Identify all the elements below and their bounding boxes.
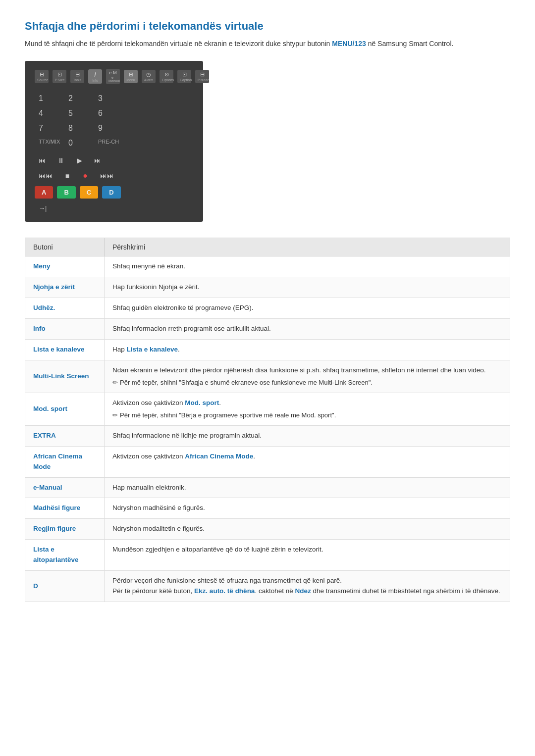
btn-desc: Ndryshon madhësinë e figurës.: [105, 498, 510, 519]
btn-label: African Cinema Mode: [25, 446, 105, 477]
btn-desc: Aktivizon ose çaktivizon African Cinema …: [105, 446, 510, 477]
btn-label: Info: [25, 318, 105, 339]
tools-btn: ⊟Tools: [70, 70, 84, 83]
num-2: 2: [64, 91, 94, 106]
table-row: Mod. sport Aktivizon ose çaktivizon Mod.…: [25, 393, 510, 425]
table-row: Lista e altoparlantëve Mundëson zgjedhje…: [25, 540, 510, 571]
num-1: 1: [35, 91, 64, 106]
color-b-btn: B: [57, 186, 75, 199]
table-row: Lista e kanaleve Hap Lista e kanaleve.: [25, 339, 510, 360]
num-8: 8: [64, 121, 94, 136]
stop-btn: ■: [60, 170, 74, 182]
ttx-btn: TTX/MIX: [35, 136, 64, 151]
table-row: Njohja e zërit Hap funksionin Njohja e z…: [25, 277, 510, 298]
menu-btn: ⊞Menu: [124, 70, 138, 83]
btn-label: Njohja e zërit: [25, 277, 105, 298]
btn-desc: Përdor veçori dhe funksione shtesë të of…: [105, 571, 510, 602]
num-3: 3: [94, 91, 124, 106]
pause-btn: ⏸: [54, 154, 68, 166]
btn-label: D: [25, 571, 105, 602]
btn-desc: Shfaq menynë në ekran.: [105, 256, 510, 277]
btn-label: e-Manual: [25, 477, 105, 498]
table-row: Madhësi figure Ndryshon madhësinë e figu…: [25, 498, 510, 519]
table-row: EXTRA Shfaq informacione në lidhje me pr…: [25, 425, 510, 446]
tab-arrow-btn: →|: [35, 202, 51, 214]
color-c-btn: C: [80, 186, 98, 199]
prech-btn: PRE-CH: [94, 136, 124, 151]
info-table: Butoni Përshkrimi Meny Shfaq menynë në e…: [25, 238, 510, 602]
num-6: 6: [94, 106, 124, 121]
btn-desc: Shfaq guidën elektronike të programeve (…: [105, 298, 510, 318]
btn-label: Multi-Link Screen: [25, 360, 105, 393]
color-buttons: A B C D: [35, 186, 193, 199]
num-4: 4: [35, 106, 64, 121]
prev-btn: ⏮⏮: [35, 170, 56, 182]
btn-label: EXTRA: [25, 425, 105, 446]
media-row-2: ⏮⏮ ■ ● ⏭⏭: [35, 169, 193, 182]
btn-label: Lista e kanaleve: [25, 339, 105, 360]
btn-desc: Mundëson zgjedhjen e altoparlantëve që d…: [105, 540, 510, 571]
rewind-btn: ⏮: [35, 154, 50, 166]
btn-desc: Hap funksionin Njohja e zërit.: [105, 277, 510, 298]
play-btn: ▶: [72, 154, 86, 166]
table-row: D Përdor veçori dhe funksione shtesë të …: [25, 571, 510, 602]
table-row: Udhëz. Shfaq guidën elektronike të progr…: [25, 298, 510, 318]
next-btn: ⏭⏭: [96, 170, 118, 182]
table-row: Regjim figure Ndryshon modalitetin e fig…: [25, 519, 510, 540]
alarm-btn: ◷Alarm: [142, 70, 156, 83]
color-d-btn: D: [102, 186, 120, 199]
emanual-btn: e-Me-Manual: [106, 69, 120, 84]
table-row: e-Manual Hap manualin elektronik.: [25, 477, 510, 498]
table-row: African Cinema Mode Aktivizon ose çaktiv…: [25, 446, 510, 477]
info-btn: iInfo: [88, 69, 102, 84]
btn-label: Mod. sport: [25, 393, 105, 425]
source-btn: ⊟Source: [35, 70, 49, 83]
media-row-1: ⏮ ⏸ ▶ ⏭: [35, 154, 193, 166]
btn-desc: Aktivizon ose çaktivizon Mod. sport. ✏Pë…: [105, 393, 510, 425]
num-9: 9: [94, 121, 124, 136]
table-row: Info Shfaq informacion rreth programit o…: [25, 318, 510, 339]
intro-text: Mund të shfaqni dhe të përdorni telekoma…: [25, 39, 510, 49]
table-row: Meny Shfaq menynë në ekran.: [25, 256, 510, 277]
remote-top-row: ⊟Source ⊡P.Size ⊟Tools iInfo e-Me-Manual…: [35, 69, 193, 84]
table-row: Multi-Link Screen Ndan ekranin e televiz…: [25, 360, 510, 393]
options-btn: ⊙Options: [160, 70, 173, 83]
btn-desc: Hap manualin elektronik.: [105, 477, 510, 498]
caption-btn: ⊡Caption: [177, 70, 191, 83]
num-0: 0: [64, 136, 94, 151]
num-5: 5: [64, 106, 94, 121]
psize-btn: ⊡P.Size: [53, 70, 66, 83]
col-description-header: Përshkrimi: [105, 238, 510, 256]
btn-desc: Shfaq informacion rreth programit ose ar…: [105, 318, 510, 339]
page-title: Shfaqja dhe përdorimi i telekomandës vir…: [25, 20, 510, 33]
num-7: 7: [35, 121, 64, 136]
color-a-btn: A: [35, 186, 53, 199]
forward-btn: ⏭: [90, 154, 105, 166]
btn-desc: Ndryshon modalitetin e figurës.: [105, 519, 510, 540]
pmode-btn: ⊟P.Mode: [195, 70, 209, 83]
remote-control: ⊟Source ⊡P.Size ⊟Tools iInfo e-Me-Manual…: [25, 61, 203, 222]
btn-label: Lista e altoparlantëve: [25, 540, 105, 571]
btn-label: Madhësi figure: [25, 498, 105, 519]
btn-label: Udhëz.: [25, 298, 105, 318]
col-button-header: Butoni: [25, 238, 105, 256]
btn-desc: Shfaq informacione në lidhje me programi…: [105, 425, 510, 446]
record-btn: ●: [78, 169, 92, 182]
btn-label: Meny: [25, 256, 105, 277]
btn-desc: Hap Lista e kanaleve.: [105, 339, 510, 360]
btn-desc: Ndan ekranin e televizorit dhe përdor nj…: [105, 360, 510, 393]
arrow-row: →|: [35, 202, 193, 214]
btn-label: Regjim figure: [25, 519, 105, 540]
